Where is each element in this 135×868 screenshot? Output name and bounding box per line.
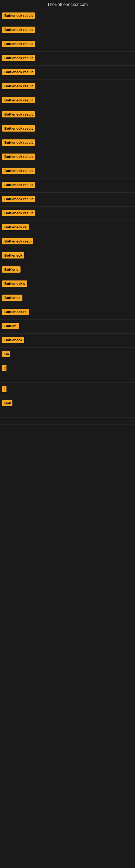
- list-item: [0, 431, 135, 438]
- bottleneck-result-badge[interactable]: l: [2, 386, 6, 392]
- list-item: Bottlene: [0, 263, 135, 277]
- bottleneck-result-badge[interactable]: Bottleneck re: [2, 224, 29, 230]
- list-item: Bottleneck result: [0, 94, 135, 108]
- bottleneck-result-badge[interactable]: Bottleneck result: [2, 196, 35, 202]
- bottleneck-result-badge[interactable]: Bottlenec: [2, 294, 22, 301]
- bottleneck-result-badge[interactable]: Bottleneck result: [2, 182, 35, 188]
- bottleneck-result-badge[interactable]: Bottleneck c: [2, 280, 27, 287]
- bottleneck-result-badge[interactable]: Bottleneck result: [2, 140, 35, 146]
- list-item: [0, 411, 135, 418]
- list-item: Bottleneck result: [0, 80, 135, 94]
- list-item: Bottleneck result: [0, 150, 135, 164]
- list-item: Bottleneck result: [0, 37, 135, 52]
- bottleneck-result-badge[interactable]: Bottleneck result: [2, 27, 35, 33]
- bottleneck-result-badge[interactable]: Bottleneck re: [2, 309, 29, 315]
- list-item: l: [0, 383, 135, 397]
- bottleneck-result-badge[interactable]: Bottleneck result: [2, 154, 35, 160]
- list-item: Bottleneck re: [0, 305, 135, 319]
- list-item: Bottleneck result: [0, 52, 135, 66]
- list-item: Bottleneck result: [0, 122, 135, 136]
- bottleneck-result-badge[interactable]: Bottleneck result: [2, 97, 35, 103]
- bottleneck-result-badge[interactable]: Bottleneck result: [2, 111, 35, 118]
- list-item: Bottleneck re: [0, 221, 135, 235]
- bottleneck-result-badge[interactable]: Bottleneck result: [2, 69, 35, 75]
- bottleneck-result-badge[interactable]: Bottlen: [2, 323, 18, 329]
- bottleneck-result-badge[interactable]: Bottleneck: [2, 252, 24, 258]
- bottleneck-result-badge[interactable]: Bottleneck resul: [2, 238, 33, 244]
- list-item: Bottleneck result: [0, 136, 135, 150]
- list-item: Bottleneck result: [0, 193, 135, 207]
- bottleneck-result-badge[interactable]: Bottleneck result: [2, 210, 35, 216]
- bottleneck-result-badge[interactable]: Bottlene: [2, 267, 20, 273]
- list-item: Bottleneck result: [0, 207, 135, 221]
- list-item: Bottlen: [0, 319, 135, 334]
- list-item: Bottleneck result: [0, 164, 135, 179]
- list-item: Bottleneck result: [0, 179, 135, 193]
- list-item: Bottleneck result: [0, 108, 135, 122]
- list-item: Bottleneck result: [0, 23, 135, 37]
- site-title: TheBottlenecker.com: [0, 0, 135, 9]
- list-item: Bott: [0, 397, 135, 411]
- list-item: Bottleneck: [0, 334, 135, 348]
- list-item: [0, 425, 135, 431]
- bottleneck-result-badge[interactable]: Bottleneck result: [2, 41, 35, 47]
- bottleneck-result-badge[interactable]: Bottleneck result: [2, 125, 35, 131]
- list-item: [0, 438, 135, 445]
- bottleneck-result-badge[interactable]: Bo: [2, 351, 10, 357]
- list-item: Bottleneck c: [0, 277, 135, 291]
- bottleneck-result-badge[interactable]: Bottleneck: [2, 337, 24, 343]
- list-item: Bottleneck: [0, 249, 135, 263]
- list-item: Bottlenec: [0, 291, 135, 305]
- bottleneck-result-badge[interactable]: Bottleneck result: [2, 167, 35, 174]
- list-item: b: [0, 362, 135, 376]
- bottleneck-result-badge[interactable]: Bottleneck result: [2, 83, 35, 89]
- list-item: Bottleneck result: [0, 9, 135, 23]
- list-item: Bottleneck result: [0, 66, 135, 80]
- bottleneck-result-badge[interactable]: b: [2, 365, 6, 371]
- list-item: Bottleneck resul: [0, 235, 135, 249]
- list-item: [0, 376, 135, 383]
- list-item: Bo: [0, 348, 135, 362]
- list-item: [0, 418, 135, 425]
- bottleneck-result-badge[interactable]: Bottleneck result: [2, 12, 35, 19]
- bottleneck-result-badge[interactable]: Bottleneck result: [2, 55, 35, 61]
- bottleneck-result-badge[interactable]: Bott: [2, 400, 12, 406]
